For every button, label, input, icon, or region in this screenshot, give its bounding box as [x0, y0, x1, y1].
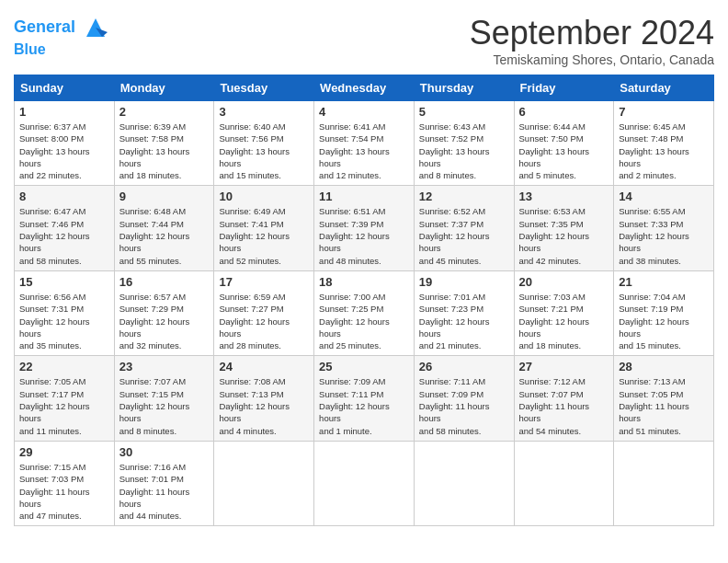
day-info: Sunrise: 6:44 AM Sunset: 7:50 PM Dayligh…: [519, 121, 609, 181]
day-cell: 13 Sunrise: 6:53 AM Sunset: 7:35 PM Dayl…: [514, 186, 614, 270]
day-info: Sunrise: 7:04 AM Sunset: 7:19 PM Dayligh…: [619, 291, 709, 351]
day-number: 28: [619, 360, 709, 373]
day-info: Sunrise: 7:01 AM Sunset: 7:23 PM Dayligh…: [419, 291, 509, 351]
location-title: Temiskaming Shores, Ontario, Canada: [470, 52, 714, 67]
day-info: Sunrise: 7:00 AM Sunset: 7:25 PM Dayligh…: [319, 291, 409, 351]
empty-cell: [314, 441, 415, 525]
day-cell: 29 Sunrise: 7:15 AM Sunset: 7:03 PM Dayl…: [15, 441, 115, 525]
day-number: 26: [419, 360, 509, 373]
day-cell: 27 Sunrise: 7:12 AM Sunset: 7:07 PM Dayl…: [514, 356, 614, 441]
calendar-week-row: 29 Sunrise: 7:15 AM Sunset: 7:03 PM Dayl…: [15, 441, 714, 525]
day-cell: 28 Sunrise: 7:13 AM Sunset: 7:05 PM Dayl…: [614, 356, 714, 441]
day-number: 3: [219, 105, 309, 119]
day-cell: 2 Sunrise: 6:39 AM Sunset: 7:58 PM Dayli…: [114, 101, 214, 186]
day-info: Sunrise: 7:03 AM Sunset: 7:21 PM Dayligh…: [519, 291, 609, 351]
day-number: 6: [519, 105, 609, 119]
day-number: 12: [419, 190, 509, 203]
day-info: Sunrise: 6:53 AM Sunset: 7:35 PM Dayligh…: [519, 205, 609, 266]
empty-cell: [514, 441, 614, 525]
day-info: Sunrise: 6:41 AM Sunset: 7:54 PM Dayligh…: [319, 121, 409, 181]
day-cell: 8 Sunrise: 6:47 AM Sunset: 7:46 PM Dayli…: [15, 186, 115, 270]
day-number: 15: [19, 275, 109, 289]
day-number: 27: [519, 360, 609, 373]
day-cell: 23 Sunrise: 7:07 AM Sunset: 7:15 PM Dayl…: [114, 356, 214, 441]
day-info: Sunrise: 6:48 AM Sunset: 7:44 PM Dayligh…: [119, 205, 210, 266]
day-number: 22: [19, 360, 109, 373]
day-number: 25: [319, 360, 409, 373]
day-info: Sunrise: 7:11 AM Sunset: 7:09 PM Dayligh…: [419, 375, 509, 436]
day-cell: 25 Sunrise: 7:09 AM Sunset: 7:11 PM Dayl…: [314, 356, 415, 441]
day-info: Sunrise: 6:37 AM Sunset: 8:00 PM Dayligh…: [19, 121, 109, 181]
day-cell: 20 Sunrise: 7:03 AM Sunset: 7:21 PM Dayl…: [514, 270, 614, 355]
empty-cell: [214, 441, 314, 525]
day-info: Sunrise: 7:12 AM Sunset: 7:07 PM Dayligh…: [519, 375, 609, 436]
day-number: 13: [519, 190, 609, 203]
day-number: 18: [319, 275, 409, 289]
day-cell: 4 Sunrise: 6:41 AM Sunset: 7:54 PM Dayli…: [314, 101, 415, 186]
day-info: Sunrise: 6:56 AM Sunset: 7:31 PM Dayligh…: [19, 291, 109, 351]
day-number: 29: [19, 445, 109, 459]
month-title: September 2024: [470, 14, 714, 52]
logo-text: General: [14, 14, 109, 41]
day-number: 4: [319, 105, 409, 119]
day-info: Sunrise: 7:07 AM Sunset: 7:15 PM Dayligh…: [119, 375, 210, 436]
day-info: Sunrise: 6:59 AM Sunset: 7:27 PM Dayligh…: [219, 291, 309, 351]
day-cell: 7 Sunrise: 6:45 AM Sunset: 7:48 PM Dayli…: [614, 101, 714, 186]
day-info: Sunrise: 7:13 AM Sunset: 7:05 PM Dayligh…: [619, 375, 709, 436]
day-number: 19: [419, 275, 509, 289]
day-cell: 17 Sunrise: 6:59 AM Sunset: 7:27 PM Dayl…: [214, 270, 314, 355]
day-cell: 24 Sunrise: 7:08 AM Sunset: 7:13 PM Dayl…: [214, 356, 314, 441]
day-info: Sunrise: 6:55 AM Sunset: 7:33 PM Dayligh…: [619, 205, 709, 266]
day-info: Sunrise: 7:15 AM Sunset: 7:03 PM Dayligh…: [19, 461, 109, 522]
day-number: 10: [219, 190, 309, 203]
calendar: Sunday Monday Tuesday Wednesday Thursday…: [14, 75, 714, 526]
day-cell: 22 Sunrise: 7:05 AM Sunset: 7:17 PM Dayl…: [15, 356, 115, 441]
day-cell: 9 Sunrise: 6:48 AM Sunset: 7:44 PM Dayli…: [114, 186, 214, 270]
day-number: 30: [119, 445, 210, 459]
col-saturday: Saturday: [614, 75, 714, 101]
day-cell: 15 Sunrise: 6:56 AM Sunset: 7:31 PM Dayl…: [15, 270, 115, 355]
day-info: Sunrise: 7:16 AM Sunset: 7:01 PM Dayligh…: [119, 461, 210, 522]
day-number: 20: [519, 275, 609, 289]
logo-blue: Blue: [14, 41, 109, 58]
day-info: Sunrise: 6:45 AM Sunset: 7:48 PM Dayligh…: [619, 121, 709, 181]
day-cell: 21 Sunrise: 7:04 AM Sunset: 7:19 PM Dayl…: [614, 270, 714, 355]
calendar-week-row: 1 Sunrise: 6:37 AM Sunset: 8:00 PM Dayli…: [15, 101, 714, 186]
day-cell: 12 Sunrise: 6:52 AM Sunset: 7:37 PM Dayl…: [414, 186, 514, 270]
day-number: 23: [119, 360, 210, 373]
day-cell: 10 Sunrise: 6:49 AM Sunset: 7:41 PM Dayl…: [214, 186, 314, 270]
day-number: 24: [219, 360, 309, 373]
day-cell: 26 Sunrise: 7:11 AM Sunset: 7:09 PM Dayl…: [414, 356, 514, 441]
day-info: Sunrise: 6:51 AM Sunset: 7:39 PM Dayligh…: [319, 205, 409, 266]
day-number: 21: [619, 275, 709, 289]
day-cell: 30 Sunrise: 7:16 AM Sunset: 7:01 PM Dayl…: [114, 441, 214, 525]
day-cell: 14 Sunrise: 6:55 AM Sunset: 7:33 PM Dayl…: [614, 186, 714, 270]
title-area: September 2024 Temiskaming Shores, Ontar…: [470, 14, 714, 67]
day-info: Sunrise: 7:08 AM Sunset: 7:13 PM Dayligh…: [219, 375, 309, 436]
day-info: Sunrise: 7:09 AM Sunset: 7:11 PM Dayligh…: [319, 375, 409, 436]
day-number: 5: [419, 105, 509, 119]
calendar-header-row: Sunday Monday Tuesday Wednesday Thursday…: [15, 75, 714, 101]
day-info: Sunrise: 6:39 AM Sunset: 7:58 PM Dayligh…: [119, 121, 210, 181]
day-number: 16: [119, 275, 210, 289]
calendar-week-row: 8 Sunrise: 6:47 AM Sunset: 7:46 PM Dayli…: [15, 186, 714, 270]
day-cell: 6 Sunrise: 6:44 AM Sunset: 7:50 PM Dayli…: [514, 101, 614, 186]
day-info: Sunrise: 6:47 AM Sunset: 7:46 PM Dayligh…: [19, 205, 109, 266]
day-number: 1: [19, 105, 109, 119]
day-number: 2: [119, 105, 210, 119]
day-info: Sunrise: 6:40 AM Sunset: 7:56 PM Dayligh…: [219, 121, 309, 181]
day-cell: 3 Sunrise: 6:40 AM Sunset: 7:56 PM Dayli…: [214, 101, 314, 186]
col-thursday: Thursday: [414, 75, 514, 101]
day-cell: 18 Sunrise: 7:00 AM Sunset: 7:25 PM Dayl…: [314, 270, 415, 355]
day-info: Sunrise: 6:52 AM Sunset: 7:37 PM Dayligh…: [419, 205, 509, 266]
day-info: Sunrise: 6:57 AM Sunset: 7:29 PM Dayligh…: [119, 291, 210, 351]
col-sunday: Sunday: [15, 75, 115, 101]
logo: General Blue: [14, 14, 109, 58]
day-cell: 5 Sunrise: 6:43 AM Sunset: 7:52 PM Dayli…: [414, 101, 514, 186]
day-cell: 11 Sunrise: 6:51 AM Sunset: 7:39 PM Dayl…: [314, 186, 415, 270]
day-number: 9: [119, 190, 210, 203]
day-cell: 19 Sunrise: 7:01 AM Sunset: 7:23 PM Dayl…: [414, 270, 514, 355]
calendar-week-row: 22 Sunrise: 7:05 AM Sunset: 7:17 PM Dayl…: [15, 356, 714, 441]
day-info: Sunrise: 6:43 AM Sunset: 7:52 PM Dayligh…: [419, 121, 509, 181]
day-info: Sunrise: 6:49 AM Sunset: 7:41 PM Dayligh…: [219, 205, 309, 266]
